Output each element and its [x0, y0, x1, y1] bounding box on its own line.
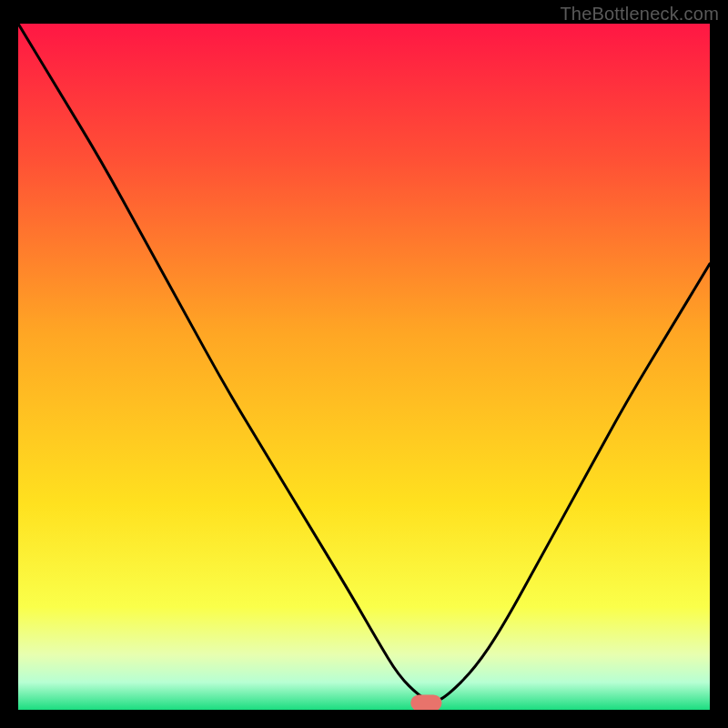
plot-area [18, 24, 710, 710]
optimum-marker [410, 694, 441, 710]
watermark-text: TheBottleneck.com [560, 4, 719, 25]
bottleneck-chart-svg [18, 24, 710, 710]
chart-frame: TheBottleneck.com [0, 0, 728, 728]
gradient-background [18, 24, 710, 710]
